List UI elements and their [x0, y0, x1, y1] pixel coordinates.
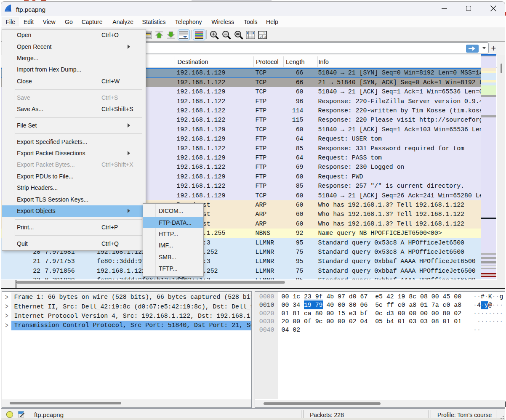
svg-text:2: 2 — [260, 35, 262, 39]
svg-text:3: 3 — [264, 35, 266, 39]
svg-text:1: 1 — [263, 31, 265, 35]
